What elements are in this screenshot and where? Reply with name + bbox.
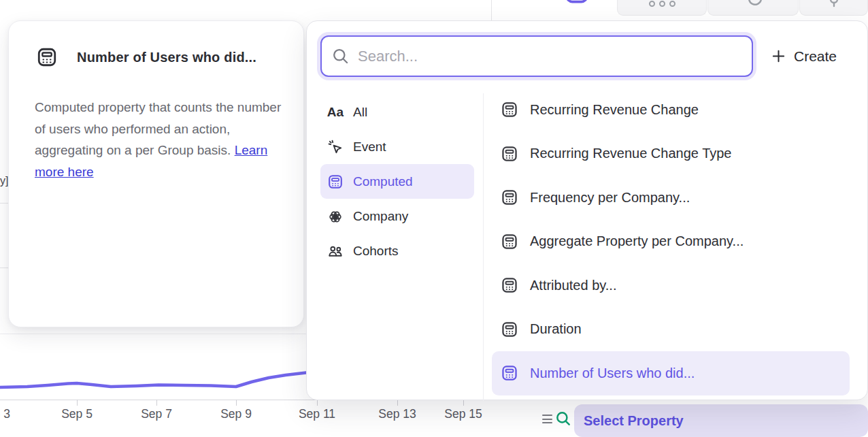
x-axis-label: Sep 5 xyxy=(61,407,93,421)
report-tab[interactable] xyxy=(799,0,868,16)
x-axis-label: Sep 15 xyxy=(444,407,482,421)
card-edge-divider xyxy=(491,0,492,20)
x-axis-tick xyxy=(156,400,157,406)
category-all[interactable]: Aa All xyxy=(320,95,474,129)
metric-line-chart xyxy=(0,364,313,405)
calculator-icon xyxy=(327,174,344,190)
property-row-selected[interactable]: Number of Users who did... xyxy=(492,351,850,395)
cursor-click-icon xyxy=(327,139,344,155)
report-tab[interactable] xyxy=(707,0,799,16)
select-property-field[interactable]: Select Property xyxy=(574,404,868,437)
plus-icon xyxy=(771,48,786,64)
calculator-icon xyxy=(501,145,518,163)
tooltip-description: Computed property that counts the number… xyxy=(35,97,288,182)
create-button[interactable]: Create xyxy=(771,35,837,77)
property-row[interactable]: Duration xyxy=(492,308,850,352)
property-list: Recurring Revenue Change Recurring Reven… xyxy=(492,88,850,395)
category-company[interactable]: Company xyxy=(320,199,474,233)
x-axis-label: Sep 13 xyxy=(378,407,416,421)
revenue-line xyxy=(0,372,313,387)
calculator-icon xyxy=(501,276,518,294)
category-cohorts[interactable]: Cohorts xyxy=(320,233,474,268)
property-search-icon[interactable] xyxy=(554,410,572,427)
calculator-icon xyxy=(36,46,58,68)
property-picker-dropdown: Create Aa All Event xyxy=(306,20,868,400)
search-icon xyxy=(331,47,350,65)
calculator-icon xyxy=(501,364,518,382)
pin-icon xyxy=(827,0,841,10)
report-tab[interactable] xyxy=(617,0,707,16)
create-button-label: Create xyxy=(794,48,837,65)
select-property-label: Select Property xyxy=(584,413,684,429)
calculator-icon xyxy=(501,101,518,118)
loop-icon xyxy=(741,0,765,10)
cluster-icon xyxy=(327,208,344,225)
query-builder-row: Select Property xyxy=(536,400,868,437)
property-row[interactable]: Attributed by... xyxy=(492,263,850,308)
search-box xyxy=(320,35,753,77)
drag-handle-icon[interactable] xyxy=(542,415,553,426)
text-format-icon: Aa xyxy=(327,104,344,120)
x-axis-label: Sep 7 xyxy=(141,407,172,421)
column-divider xyxy=(483,93,484,401)
x-axis-tick xyxy=(463,400,464,406)
category-event[interactable]: Event xyxy=(320,129,474,164)
calculator-icon xyxy=(501,321,518,338)
clipped-left-text: y] xyxy=(0,175,8,187)
x-axis-tick xyxy=(317,400,318,406)
dots-icon xyxy=(649,1,675,7)
search-input[interactable] xyxy=(350,48,752,65)
property-row[interactable]: Recurring Revenue Change xyxy=(492,88,850,132)
calculator-icon xyxy=(501,189,518,206)
x-axis-label: Sep 9 xyxy=(220,407,252,421)
property-row[interactable]: Frequency per Company... xyxy=(492,176,850,220)
property-row[interactable]: Recurring Revenue Change Type xyxy=(492,132,850,176)
chart-card-divider xyxy=(0,334,306,334)
x-axis-tick xyxy=(236,400,237,406)
x-axis-label: Sep 11 xyxy=(299,407,335,421)
property-tooltip-panel: Number of Users who did... Computed prop… xyxy=(8,20,304,327)
report-tab-active[interactable] xyxy=(537,0,616,20)
tooltip-title: Number of Users who did... xyxy=(77,50,256,65)
category-list: Aa All Event xyxy=(320,95,474,268)
x-axis-tick xyxy=(397,400,398,406)
people-icon xyxy=(327,243,344,259)
property-row[interactable]: Aggregate Property per Company... xyxy=(492,220,850,264)
calculator-icon xyxy=(563,0,590,5)
category-computed[interactable]: Computed xyxy=(320,164,474,199)
calculator-icon xyxy=(501,233,518,250)
x-axis-tick xyxy=(77,400,78,406)
x-axis-label: Sep 3 xyxy=(0,407,10,421)
